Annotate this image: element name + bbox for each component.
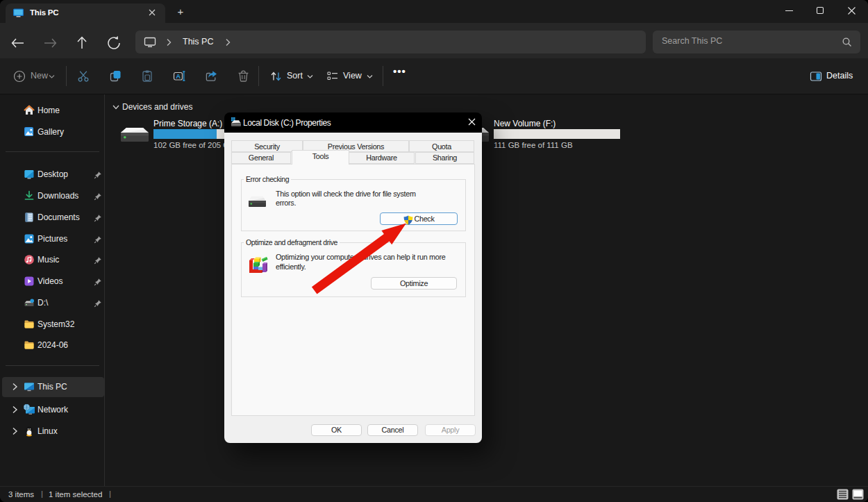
svg-text:A: A [176, 72, 181, 80]
